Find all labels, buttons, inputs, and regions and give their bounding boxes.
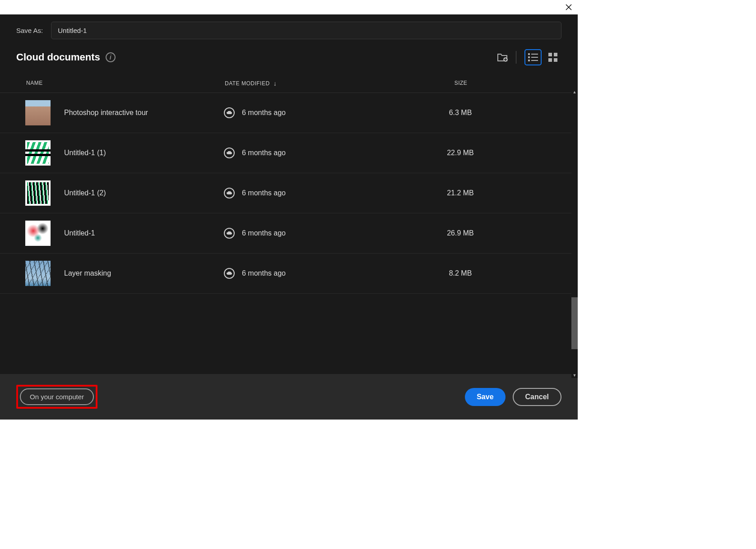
footer: On your computer Save Cancel — [0, 374, 578, 420]
cloud-title-group: Cloud documents i — [16, 51, 116, 63]
file-row[interactable]: Untitled-1 6 months ago 26.9 MB — [0, 213, 578, 254]
scrollbar-thumb[interactable] — [571, 297, 578, 349]
file-thumbnail — [25, 140, 51, 166]
svg-rect-12 — [554, 53, 557, 56]
toolbar-divider — [516, 51, 516, 64]
file-thumbnail — [25, 221, 51, 246]
svg-rect-11 — [548, 53, 552, 56]
file-name: Untitled-1 (2) — [64, 189, 224, 197]
svg-rect-8 — [531, 57, 538, 58]
highlight-annotation: On your computer — [16, 385, 97, 409]
svg-rect-10 — [531, 60, 538, 61]
file-date: 6 months ago — [242, 269, 359, 277]
file-name: Untitled-1 — [64, 229, 224, 237]
cloud-sync-icon — [224, 148, 235, 158]
grid-view-icon[interactable] — [544, 49, 561, 65]
info-icon[interactable]: i — [106, 52, 116, 62]
filename-input[interactable] — [51, 22, 561, 39]
toolbar — [494, 49, 561, 65]
file-date: 6 months ago — [242, 109, 359, 117]
titlebar — [0, 0, 578, 14]
cloud-sync-icon — [224, 188, 235, 198]
file-row[interactable]: Untitled-1 (2) 6 months ago 21.2 MB — [0, 173, 578, 213]
file-row[interactable]: Layer masking 6 months ago 8.2 MB — [0, 254, 578, 294]
save-as-label: Save As: — [16, 27, 43, 34]
svg-rect-13 — [548, 58, 552, 62]
file-date: 6 months ago — [242, 149, 359, 157]
column-date-header[interactable]: DATE MODIFIED ↓ — [225, 80, 360, 87]
save-dialog: Save As: Cloud documents i — [0, 0, 578, 420]
column-name-header[interactable]: NAME — [26, 80, 225, 87]
cloud-sync-icon — [224, 268, 235, 279]
file-thumbnail — [25, 261, 51, 286]
cloud-sync-icon — [224, 107, 235, 118]
scroll-up-icon[interactable]: ▲ — [572, 90, 577, 94]
file-list: Photoshop interactive tour 6 months ago … — [0, 92, 578, 374]
svg-rect-5 — [528, 53, 530, 55]
file-thumbnail — [25, 100, 51, 125]
column-size-header[interactable]: SIZE — [360, 80, 561, 87]
file-size: 8.2 MB — [359, 269, 561, 277]
file-name: Photoshop interactive tour — [64, 109, 224, 117]
file-name: Untitled-1 (1) — [64, 149, 224, 157]
sort-descending-icon: ↓ — [274, 80, 277, 87]
header-area: Save As: Cloud documents i — [0, 14, 578, 70]
file-size: 22.9 MB — [359, 149, 561, 157]
scrollbar[interactable]: ▲ ▼ — [571, 89, 578, 378]
list-view-icon[interactable] — [524, 49, 542, 65]
svg-rect-6 — [531, 54, 538, 55]
svg-rect-14 — [554, 58, 557, 62]
svg-rect-9 — [528, 60, 530, 61]
file-size: 6.3 MB — [359, 109, 561, 117]
file-date: 6 months ago — [242, 229, 359, 237]
file-size: 26.9 MB — [359, 229, 561, 237]
file-row[interactable]: Untitled-1 (1) 6 months ago 22.9 MB — [0, 133, 578, 173]
scroll-down-icon[interactable]: ▼ — [572, 373, 577, 378]
close-icon[interactable] — [564, 3, 573, 12]
file-row[interactable]: Photoshop interactive tour 6 months ago … — [0, 93, 578, 133]
cloud-sync-icon — [224, 228, 235, 239]
file-size: 21.2 MB — [359, 189, 561, 197]
column-headers: NAME DATE MODIFIED ↓ SIZE — [0, 70, 578, 92]
save-as-row: Save As: — [16, 22, 561, 39]
save-button[interactable]: Save — [465, 388, 505, 406]
file-thumbnail — [25, 180, 51, 206]
cancel-button[interactable]: Cancel — [513, 388, 561, 406]
on-your-computer-button[interactable]: On your computer — [20, 388, 94, 405]
cloud-header-row: Cloud documents i — [16, 49, 561, 65]
footer-buttons: Save Cancel — [465, 388, 561, 406]
file-name: Layer masking — [64, 269, 224, 277]
file-date: 6 months ago — [242, 189, 359, 197]
cloud-documents-title: Cloud documents — [16, 51, 100, 63]
svg-rect-7 — [528, 56, 530, 58]
new-folder-icon[interactable] — [494, 49, 510, 65]
